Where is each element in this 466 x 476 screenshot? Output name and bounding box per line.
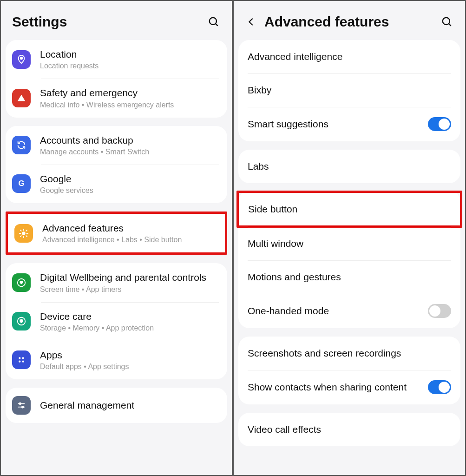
advanced-group: Video call effects bbox=[238, 413, 460, 446]
advanced-item-title: Video call effects bbox=[248, 423, 451, 436]
advanced-group: Side buttonMulti windowMotions and gestu… bbox=[238, 191, 460, 328]
advanced-item-smart[interactable]: Smart suggestions bbox=[238, 107, 460, 141]
search-icon bbox=[208, 16, 220, 28]
settings-item-location[interactable]: LocationLocation requests bbox=[6, 40, 227, 79]
advanced-title: Advanced features bbox=[264, 14, 440, 30]
svg-point-17 bbox=[443, 18, 450, 25]
toggle-onehand[interactable] bbox=[428, 304, 451, 318]
settings-group: LocationLocation requestsSafety and emer… bbox=[6, 40, 227, 118]
advanced-list: Advanced intelligenceBixbySmart suggesti… bbox=[234, 40, 465, 455]
advanced-group: Labs bbox=[238, 150, 460, 183]
toggle-sharecontacts[interactable] bbox=[428, 380, 451, 394]
google-icon: G bbox=[12, 174, 31, 193]
settings-item-subtitle: Default apps • App settings bbox=[40, 363, 221, 371]
search-button[interactable] bbox=[440, 15, 454, 29]
settings-item-title: Safety and emergency bbox=[40, 87, 221, 99]
settings-title: Settings bbox=[12, 14, 207, 30]
gear-icon bbox=[14, 224, 33, 243]
settings-item-title: Accounts and backup bbox=[40, 134, 221, 146]
advanced-item-bixby[interactable]: Bixby bbox=[238, 73, 460, 107]
advanced-item-side[interactable]: Side button bbox=[236, 191, 462, 228]
svg-rect-3 bbox=[21, 97, 22, 99]
advanced-item-ai[interactable]: Advanced intelligence bbox=[238, 40, 460, 73]
settings-list: LocationLocation requestsSafety and emer… bbox=[1, 40, 232, 431]
settings-item-subtitle: Storage • Memory • App protection bbox=[40, 324, 221, 332]
sync-icon bbox=[12, 136, 31, 154]
settings-item-wellbeing[interactable]: Digital Wellbeing and parental controlsS… bbox=[6, 263, 227, 302]
svg-point-16 bbox=[22, 406, 24, 408]
settings-group: General management bbox=[6, 388, 227, 423]
settings-item-subtitle: Medical info • Wireless emergency alerts bbox=[40, 101, 221, 109]
chevron-left-icon bbox=[246, 17, 256, 27]
advanced-item-title: Screenshots and screen recordings bbox=[248, 347, 451, 359]
settings-item-title: Apps bbox=[40, 349, 221, 361]
settings-item-accounts[interactable]: Accounts and backupManage accounts • Sma… bbox=[6, 126, 227, 165]
settings-item-subtitle: Google services bbox=[40, 186, 221, 195]
settings-item-title: Digital Wellbeing and parental controls bbox=[40, 271, 221, 284]
location-icon bbox=[12, 50, 31, 69]
grid-icon bbox=[12, 350, 31, 369]
settings-item-general[interactable]: General management bbox=[6, 388, 227, 423]
svg-point-14 bbox=[19, 403, 21, 405]
advanced-item-motions[interactable]: Motions and gestures bbox=[238, 260, 460, 294]
heart-icon bbox=[12, 273, 31, 292]
svg-line-1 bbox=[216, 24, 218, 26]
advanced-header: Advanced features bbox=[234, 1, 465, 40]
advanced-item-title: Advanced intelligence bbox=[248, 51, 451, 63]
advanced-features-screen: Advanced features Advanced intelligenceB… bbox=[233, 0, 466, 476]
advanced-group: Screenshots and screen recordingsShow co… bbox=[238, 337, 460, 404]
settings-group: Accounts and backupManage accounts • Sma… bbox=[6, 126, 227, 204]
settings-item-safety[interactable]: Safety and emergencyMedical info • Wirel… bbox=[6, 79, 227, 117]
back-button[interactable] bbox=[245, 15, 258, 28]
settings-item-subtitle: Screen time • App timers bbox=[40, 285, 221, 294]
svg-point-6 bbox=[22, 232, 25, 235]
settings-header: Settings bbox=[1, 1, 232, 40]
svg-point-10 bbox=[22, 357, 24, 359]
sliders-icon bbox=[12, 396, 31, 415]
settings-group: Digital Wellbeing and parental controlsS… bbox=[6, 263, 227, 379]
svg-point-0 bbox=[210, 18, 217, 25]
safety-icon bbox=[12, 89, 31, 107]
toggle-smart[interactable] bbox=[428, 117, 451, 131]
svg-line-18 bbox=[449, 24, 451, 26]
svg-text:G: G bbox=[19, 179, 25, 187]
svg-point-12 bbox=[22, 361, 24, 363]
settings-item-title: General management bbox=[40, 399, 221, 411]
advanced-item-title: Smart suggestions bbox=[248, 118, 428, 130]
svg-point-11 bbox=[19, 361, 20, 363]
advanced-item-multiwin[interactable]: Multi window bbox=[238, 227, 460, 260]
shield-icon bbox=[12, 312, 31, 331]
settings-group: Advanced featuresAdvanced intelligence •… bbox=[6, 212, 227, 255]
advanced-item-title: Show contacts when sharing content bbox=[248, 381, 428, 393]
advanced-item-title: Labs bbox=[248, 160, 451, 172]
settings-item-subtitle: Location requests bbox=[40, 62, 221, 70]
settings-item-devicecare[interactable]: Device careStorage • Memory • App protec… bbox=[6, 302, 227, 341]
search-icon bbox=[441, 16, 453, 28]
settings-item-google[interactable]: GGoogleGoogle services bbox=[6, 165, 227, 203]
settings-item-title: Google bbox=[40, 173, 221, 185]
svg-point-9 bbox=[19, 357, 20, 359]
advanced-item-title: Bixby bbox=[248, 84, 451, 96]
settings-screen: Settings LocationLocation requestsSafety… bbox=[0, 0, 233, 476]
advanced-group: Advanced intelligenceBixbySmart suggesti… bbox=[238, 40, 460, 141]
settings-item-title: Device care bbox=[40, 311, 221, 323]
settings-item-advanced[interactable]: Advanced featuresAdvanced intelligence •… bbox=[8, 214, 225, 252]
svg-point-2 bbox=[20, 57, 23, 60]
advanced-item-title: Side button bbox=[248, 203, 451, 215]
svg-rect-4 bbox=[21, 99, 22, 100]
advanced-item-videocall[interactable]: Video call effects bbox=[238, 413, 460, 446]
advanced-item-sharecontacts[interactable]: Show contacts when sharing content bbox=[238, 370, 460, 404]
advanced-item-screenshots[interactable]: Screenshots and screen recordings bbox=[238, 337, 460, 370]
advanced-item-title: Multi window bbox=[248, 238, 451, 250]
search-button[interactable] bbox=[207, 15, 221, 29]
settings-item-title: Location bbox=[40, 48, 221, 60]
settings-item-title: Advanced features bbox=[42, 222, 218, 234]
advanced-item-onehand[interactable]: One-handed mode bbox=[238, 294, 460, 328]
settings-item-apps[interactable]: AppsDefault apps • App settings bbox=[6, 341, 227, 379]
advanced-item-labs[interactable]: Labs bbox=[238, 150, 460, 183]
settings-item-subtitle: Manage accounts • Smart Switch bbox=[40, 148, 221, 156]
settings-item-subtitle: Advanced intelligence • Labs • Side butt… bbox=[42, 236, 218, 244]
advanced-item-title: One-handed mode bbox=[248, 305, 428, 317]
advanced-item-title: Motions and gestures bbox=[248, 271, 451, 283]
